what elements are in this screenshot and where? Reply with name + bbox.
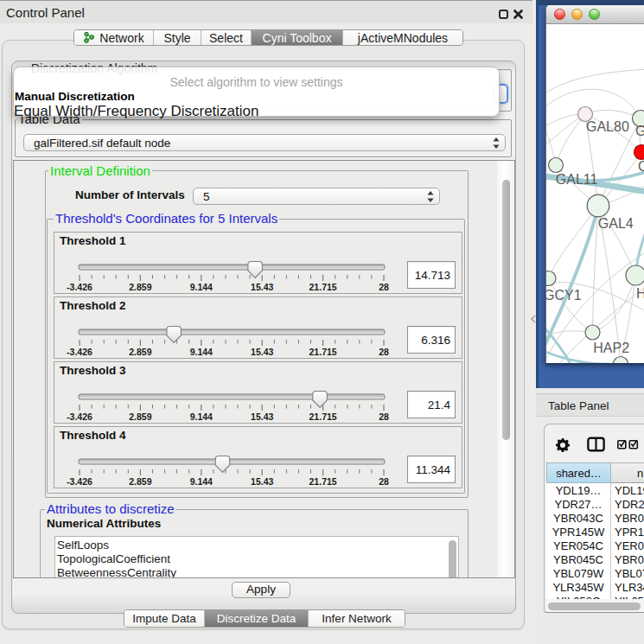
svg-text:-3.426: -3.426 bbox=[67, 282, 92, 292]
svg-text:GAL80: GAL80 bbox=[586, 119, 629, 134]
svg-text:HAP2: HAP2 bbox=[593, 341, 629, 355]
svg-text:9.144: 9.144 bbox=[190, 411, 213, 422]
svg-text:GAL11: GAL11 bbox=[556, 172, 598, 187]
svg-text:9.144: 9.144 bbox=[190, 476, 213, 487]
svg-text:15.43: 15.43 bbox=[251, 282, 273, 292]
svg-text:HA: HA bbox=[636, 286, 644, 301]
svg-text:28: 28 bbox=[379, 411, 389, 422]
svg-text:28: 28 bbox=[379, 476, 389, 487]
svg-text:28: 28 bbox=[379, 282, 389, 292]
svg-text:-3.426: -3.426 bbox=[67, 476, 92, 487]
svg-text:21.715: 21.715 bbox=[309, 347, 337, 357]
svg-text:9.144: 9.144 bbox=[190, 347, 213, 357]
svg-text:-3.426: -3.426 bbox=[67, 411, 92, 422]
svg-text:GAL4: GAL4 bbox=[598, 216, 634, 231]
svg-text:28: 28 bbox=[379, 347, 389, 357]
svg-text:2.859: 2.859 bbox=[129, 476, 151, 487]
svg-text:15.43: 15.43 bbox=[251, 411, 273, 422]
svg-text:GCY1: GCY1 bbox=[546, 288, 582, 303]
svg-text:GA: GA bbox=[635, 124, 644, 138]
svg-text:2.859: 2.859 bbox=[129, 282, 151, 292]
svg-text:CY: CY bbox=[638, 159, 644, 174]
svg-text:21.715: 21.715 bbox=[309, 282, 337, 292]
svg-text:2.859: 2.859 bbox=[129, 411, 151, 422]
svg-text:9.144: 9.144 bbox=[190, 282, 213, 292]
svg-text:21.715: 21.715 bbox=[309, 476, 337, 487]
svg-text:15.43: 15.43 bbox=[251, 476, 273, 487]
svg-text:2.859: 2.859 bbox=[129, 347, 151, 357]
svg-text:21.715: 21.715 bbox=[309, 411, 337, 422]
svg-text:-3.426: -3.426 bbox=[67, 347, 92, 357]
svg-text:15.43: 15.43 bbox=[251, 347, 273, 357]
